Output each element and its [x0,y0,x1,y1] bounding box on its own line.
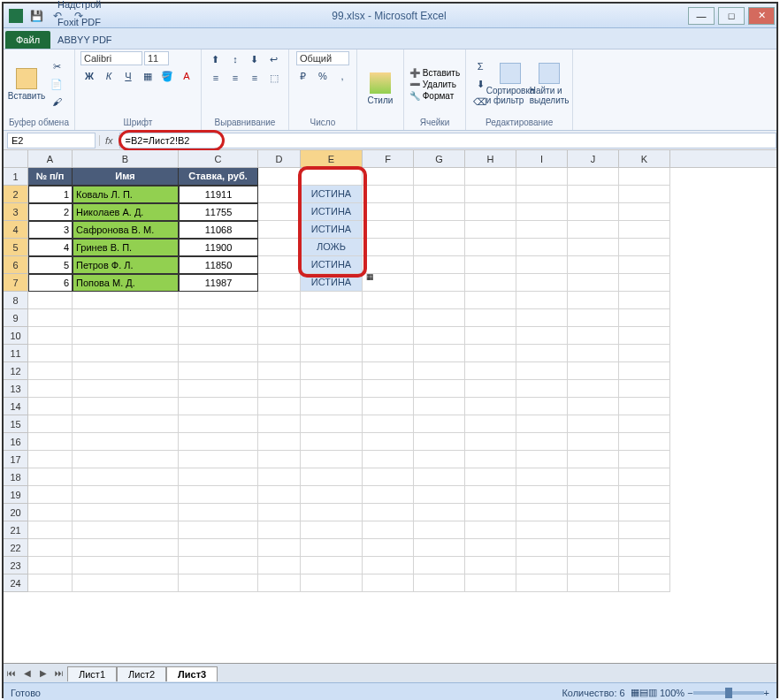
cell-J20[interactable] [568,504,619,521]
cell-A10[interactable] [28,327,73,345]
cell-D12[interactable] [258,362,301,380]
cell-J1[interactable] [568,168,619,186]
cell-B8[interactable] [73,292,179,309]
fill-color-button[interactable]: 🪣 [158,68,176,84]
cell-B16[interactable] [73,433,179,451]
cell-H19[interactable] [465,486,516,504]
cell-J10[interactable] [568,327,619,345]
align-center-button[interactable]: ≡ [226,70,244,86]
row-header-11[interactable]: 11 [4,345,28,362]
close-button[interactable]: ✕ [748,7,775,25]
cell-C3[interactable]: 11755 [179,203,258,221]
cell-D15[interactable] [258,415,301,433]
underline-button[interactable]: Ч [119,68,137,84]
cell-C4[interactable]: 11068 [179,221,258,239]
cell-J18[interactable] [568,468,619,486]
cell-A12[interactable] [28,362,73,380]
cell-H1[interactable] [465,168,516,186]
cell-E19[interactable] [301,486,363,504]
cell-E6[interactable]: ИСТИНА [301,256,363,274]
cell-K9[interactable] [619,309,670,327]
cell-H16[interactable] [465,433,516,451]
cell-H21[interactable] [465,521,516,539]
row-header-4[interactable]: 4 [4,221,28,239]
cell-F9[interactable] [363,309,414,327]
column-header-H[interactable]: H [465,150,516,167]
cell-D5[interactable] [258,239,301,256]
cell-E18[interactable] [301,468,363,486]
cell-F8[interactable] [363,292,414,309]
cell-K24[interactable] [619,574,670,592]
row-header-19[interactable]: 19 [4,486,28,504]
cell-D3[interactable] [258,203,301,221]
column-header-K[interactable]: K [619,150,670,167]
cell-G15[interactable] [414,415,465,433]
view-normal-icon[interactable]: ▦ [631,687,639,698]
cell-K10[interactable] [619,327,670,345]
cell-A24[interactable] [28,574,73,592]
cell-F12[interactable] [363,362,414,380]
row-header-18[interactable]: 18 [4,468,28,486]
cell-D17[interactable] [258,451,301,468]
wrap-text-button[interactable]: ↩ [265,51,283,67]
cell-F17[interactable] [363,451,414,468]
cell-D13[interactable] [258,380,301,398]
cell-D8[interactable] [258,292,301,309]
cell-H2[interactable] [465,186,516,203]
cell-G8[interactable] [414,292,465,309]
cell-B7[interactable]: Попова М. Д. [73,274,179,292]
cell-B18[interactable] [73,468,179,486]
row-header-17[interactable]: 17 [4,451,28,468]
cell-F14[interactable] [363,398,414,415]
comma-button[interactable]: , [333,68,351,84]
cell-K3[interactable] [619,203,670,221]
cell-B24[interactable] [73,574,179,592]
cell-E2[interactable]: ИСТИНА [301,186,363,203]
cell-H12[interactable] [465,362,516,380]
cell-G13[interactable] [414,380,465,398]
cell-D14[interactable] [258,398,301,415]
cell-B10[interactable] [73,327,179,345]
bold-button[interactable]: Ж [80,68,98,84]
cell-D2[interactable] [258,186,301,203]
cell-K21[interactable] [619,521,670,539]
cell-H11[interactable] [465,345,516,362]
copy-button[interactable]: 📄 [48,76,65,92]
cell-K17[interactable] [619,451,670,468]
align-top-button[interactable]: ⬆ [207,51,225,67]
cell-J8[interactable] [568,292,619,309]
cell-I23[interactable] [516,557,568,574]
fill-handle-icon[interactable]: ▦ [366,272,375,281]
cell-J14[interactable] [568,398,619,415]
cell-H17[interactable] [465,451,516,468]
column-header-C[interactable]: C [179,150,258,167]
cell-E1[interactable] [301,168,363,186]
cell-F16[interactable] [363,433,414,451]
cell-B2[interactable]: Коваль Л. П. [73,186,179,203]
cell-F1[interactable] [363,168,414,186]
cell-C9[interactable] [179,309,258,327]
cell-A7[interactable]: 6 [28,274,73,292]
cell-F15[interactable] [363,415,414,433]
cell-K12[interactable] [619,362,670,380]
cell-K1[interactable] [619,168,670,186]
column-header-J[interactable]: J [568,150,619,167]
cell-G14[interactable] [414,398,465,415]
cell-I21[interactable] [516,521,568,539]
cell-D20[interactable] [258,504,301,521]
cell-H13[interactable] [465,380,516,398]
cell-F4[interactable] [363,221,414,239]
cell-K16[interactable] [619,433,670,451]
delete-cells-button[interactable]: ➖ Удалить [409,80,460,89]
cell-G23[interactable] [414,557,465,574]
cell-H23[interactable] [465,557,516,574]
cell-C2[interactable]: 11911 [179,186,258,203]
styles-button[interactable]: Стили [363,72,398,105]
cell-H4[interactable] [465,221,516,239]
cell-E20[interactable] [301,504,363,521]
cell-J15[interactable] [568,415,619,433]
border-button[interactable]: ▦ [139,68,157,84]
cell-A20[interactable] [28,504,73,521]
cell-C10[interactable] [179,327,258,345]
cell-A14[interactable] [28,398,73,415]
